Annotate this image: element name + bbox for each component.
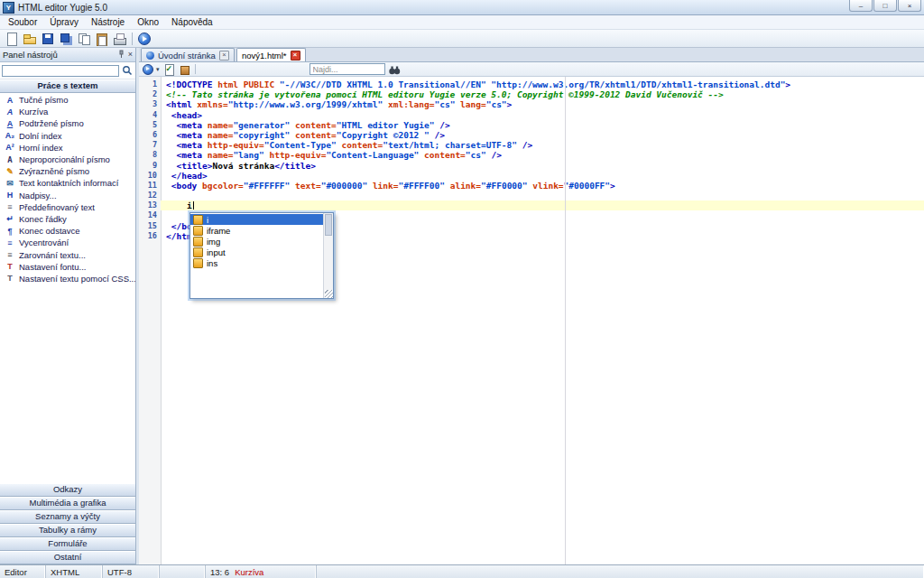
tab-close-icon[interactable]: × [219,51,229,61]
main-content: Panel nástrojů × Práce s textem ATučné p… [0,48,924,564]
status-bar: Editor XHTML UTF-8 13: 6 Kurzíva [0,564,924,578]
autocomplete-popup: iiframeimginputins [189,212,334,299]
popup-scrollbar[interactable] [323,213,333,298]
code-line: 9 <title>Nová stránka</title> [139,161,924,171]
preview-dropdown-icon[interactable]: ▾ [156,66,160,73]
minimize-button[interactable]: – [849,0,873,12]
code-line: 12 [139,191,924,200]
autocomplete-item[interactable]: iframe [190,225,323,236]
app-window: Y HTML editor Yugie 5.0 – □ × SouborÚpra… [0,0,924,578]
code-line: 1<!DOCTYPE html PUBLIC "-//W3C//DTD XHTM… [139,79,924,89]
sidebar-item[interactable]: ANeproporcionální písmo [0,154,135,165]
sidebar-search-input[interactable] [2,65,119,77]
open-file-button[interactable] [21,31,39,47]
sidebar-item[interactable]: ≡Předdefinovaný text [0,201,135,213]
autocomplete-item[interactable]: ins [190,257,323,268]
sidebar-item[interactable]: ¶Konec odstavce [0,225,135,237]
sidebar-item[interactable]: APodtržené písmo [0,117,135,129]
menu-item[interactable]: Nástroje [85,15,131,29]
line-number: 13 [139,200,161,210]
text-cursor [193,201,194,210]
sidebar-item[interactable]: ATučné písmo [0,94,135,106]
status-doctype: XHTML [46,565,103,578]
sidebar-item[interactable]: ≡Zarovnání textu... [0,248,135,260]
sidebar-item[interactable]: TNastavení fontu... [0,261,135,273]
main-toolbar [0,30,924,48]
preview-in-browser-icon[interactable] [143,64,153,75]
close-button[interactable]: × [898,0,921,12]
autocomplete-item[interactable]: input [190,247,323,257]
sidebar-category[interactable]: Multimédia a grafika [0,497,135,510]
sidebar-category[interactable]: Formuláře [0,537,135,551]
popup-resize-grip[interactable] [325,290,333,298]
tab[interactable]: nový1.html*× [236,48,306,61]
tab-close-icon[interactable]: × [291,51,300,61]
save-all-button[interactable] [57,31,75,47]
active-category-header[interactable]: Práce s textem [0,79,135,93]
sidebar-item[interactable]: A₂Dolní index [0,130,135,142]
paste-button[interactable] [93,31,111,47]
contact-icon: ✉ [5,179,15,188]
tab-label: nový1.html* [242,51,287,61]
tag-icon [193,215,203,225]
italic-icon: A [5,107,15,117]
code-line-text: <body bgcolor="#FFFFFF" text="#000000" l… [161,181,924,191]
save-button[interactable] [39,31,57,47]
line-number: 10 [139,171,161,181]
sidebar-item[interactable]: HNadpisy... [0,190,135,201]
sidebar-category[interactable]: Seznamy a výčty [0,510,135,524]
line-number: 16 [139,231,161,241]
code-line: 11 <body bgcolor="#FFFFFF" text="#000000… [139,181,924,191]
find-icon[interactable] [388,63,401,76]
autocomplete-item[interactable]: img [190,236,323,247]
save-icon [41,32,55,46]
sidebar-item-label: Předdefinovaný text [19,202,95,212]
menu-item[interactable]: Okno [131,15,165,29]
sidebar-category[interactable]: Ostatní [0,551,135,564]
sidebar-item[interactable]: ≡Vycentrování [0,237,135,248]
copy-button[interactable] [75,31,93,47]
sidebar-category[interactable]: Odkazy [0,483,135,497]
preview-in-browser-icon [137,32,152,46]
code-line-text [161,191,924,200]
sidebar-item[interactable]: ✉Text kontaktních informací [0,177,135,189]
sidebar-search [0,62,135,79]
code-editor[interactable]: 1<!DOCTYPE html PUBLIC "-//W3C//DTD XHTM… [139,77,924,564]
menu-item[interactable]: Úpravy [43,15,85,29]
highlight-icon: ✎ [5,167,15,176]
tab[interactable]: Úvodní stránka× [141,48,235,61]
sidebar-item-label: Neproporcionální písmo [19,154,110,164]
search-icon[interactable] [121,65,134,77]
find-input[interactable] [310,63,385,75]
sidebar-item-label: Nadpisy... [19,191,57,200]
sidebar-item-label: Zvýrazněné písmo [19,166,89,176]
print-button[interactable] [111,31,129,47]
superscript-icon: A² [5,143,15,152]
code-line-text: i [161,200,924,210]
sidebar-item[interactable]: TNastavení textu pomocí CSS... [0,273,135,284]
code-line: 3<html xmlns="http://www.w3.org/1999/xht… [139,99,924,109]
sidebar-item-label: Konec odstavce [19,226,80,236]
pin-icon[interactable] [117,50,125,61]
tag-icon [193,247,203,257]
sidebar-item[interactable]: AKurzíva [0,106,135,117]
preformatted-icon: ≡ [5,202,15,211]
new-file-button[interactable] [3,31,21,47]
sidebar-item-label: Nastavení textu pomocí CSS... [19,274,135,284]
sidebar-item[interactable]: A²Horní index [0,142,135,154]
maximize-button[interactable]: □ [873,0,897,12]
autocomplete-item-label: i [207,215,208,225]
sidebar-item[interactable]: ✎Zvýrazněné písmo [0,165,135,177]
sidebar-category[interactable]: Tabulky a rámy [0,524,135,537]
code-line-text: <!-- Tato stránka je vytvořena pomocí HT… [161,89,924,99]
sidebar-close-icon[interactable]: × [128,51,133,59]
upload-icon[interactable] [178,63,190,76]
preview-in-browser-button[interactable] [135,31,153,47]
menu-item[interactable]: Soubor [2,15,43,29]
autocomplete-item[interactable]: i [190,214,323,225]
menu-item[interactable]: Nápověda [165,15,219,29]
sidebar-item-label: Horní index [19,143,63,153]
check-syntax-icon[interactable] [162,63,175,76]
paste-icon [95,32,109,46]
sidebar-item[interactable]: ↵Konec řádky [0,213,135,225]
